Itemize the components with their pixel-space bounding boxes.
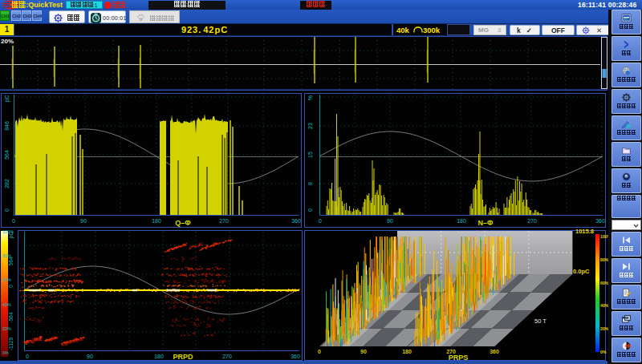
svg-text:90: 90 (87, 354, 93, 359)
svg-text:270: 270 (219, 218, 229, 224)
svg-text:PRPS: PRPS (449, 354, 469, 362)
svg-text:360: 360 (291, 354, 300, 359)
svg-text:360: 360 (490, 349, 499, 354)
svg-text:270: 270 (527, 218, 537, 224)
svg-text:282: 282 (4, 179, 10, 188)
svg-text:Q–Φ: Q–Φ (175, 219, 191, 227)
svg-text:-1129: -1129 (8, 338, 14, 351)
svg-text:8: 8 (307, 182, 313, 185)
svg-text:40%: 40% (2, 302, 11, 307)
svg-text:90: 90 (80, 218, 87, 224)
svg-text:N–Φ: N–Φ (478, 219, 494, 227)
svg-text:60%: 60% (2, 277, 11, 282)
svg-text:0: 0 (4, 208, 10, 212)
svg-text:846: 846 (4, 121, 10, 131)
svg-text:360: 360 (595, 218, 605, 224)
svg-text:360: 360 (291, 218, 301, 224)
svg-text:%: % (307, 95, 313, 100)
svg-text:pC: pC (4, 95, 10, 103)
svg-text:-564: -564 (8, 312, 14, 322)
svg-text:90: 90 (360, 349, 367, 354)
svg-text:180: 180 (152, 218, 161, 224)
svg-text:15: 15 (307, 152, 313, 158)
svg-text:20%: 20% (2, 326, 11, 331)
svg-text:1015.8: 1015.8 (575, 228, 594, 235)
svg-text:0: 0 (8, 285, 14, 288)
svg-text:90: 90 (387, 218, 393, 224)
svg-text:0: 0 (12, 218, 15, 224)
svg-text:80%: 80% (2, 253, 11, 258)
svg-text:180: 180 (154, 354, 164, 359)
svg-text:0: 0 (26, 354, 29, 359)
svg-text:0: 0 (307, 208, 313, 212)
svg-text:270: 270 (222, 354, 232, 359)
svg-text:0.0pC: 0.0pC (573, 268, 590, 275)
svg-text:23: 23 (307, 123, 313, 129)
svg-text:0%: 0% (2, 350, 9, 355)
svg-text:100%: 100% (2, 229, 14, 234)
svg-text:0: 0 (319, 218, 322, 224)
svg-text:50 T: 50 T (534, 317, 547, 325)
svg-text:0: 0 (318, 349, 321, 354)
svg-text:0%: 0% (600, 350, 607, 354)
svg-text:564: 564 (4, 150, 10, 160)
svg-text:180: 180 (402, 349, 412, 354)
svg-text:180: 180 (457, 218, 466, 224)
svg-text:PRPD: PRPD (173, 353, 193, 361)
svg-text:20%: 20% (1, 38, 14, 45)
